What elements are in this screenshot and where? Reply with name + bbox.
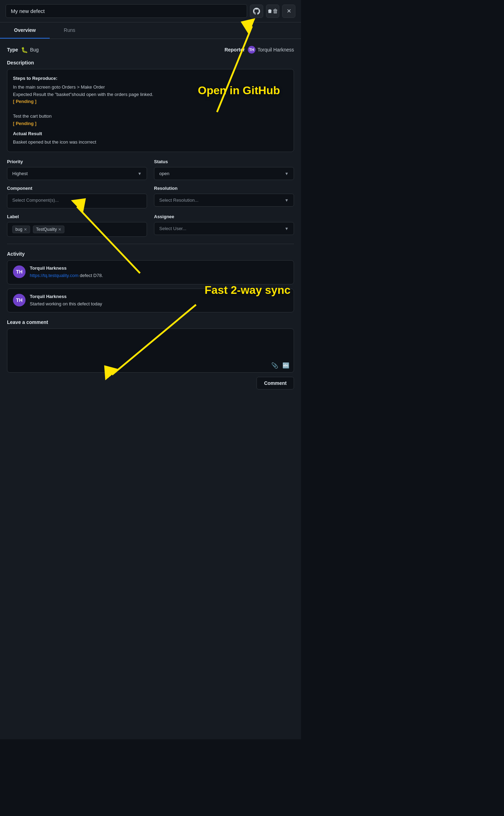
type-label: Type <box>7 47 18 53</box>
status-field: Status open ▼ <box>154 159 294 180</box>
activity-content-2: Torquil Harkness Started working on this… <box>30 294 288 307</box>
defect-title: My new defect <box>6 4 247 18</box>
close-button[interactable]: ✕ <box>282 5 295 18</box>
step2-text: Expected Result the "basket"should open … <box>13 92 153 97</box>
priority-chevron-icon: ▼ <box>138 171 142 176</box>
comment-textarea[interactable] <box>7 329 294 371</box>
activity-text-2: Started working on this defect today <box>30 300 288 307</box>
activity-avatar-1: TH <box>13 265 26 278</box>
reporter-avatar: TH <box>248 46 255 54</box>
tag-testquality: TestQuality ✕ <box>33 226 64 233</box>
type-field: Type 🐛 Bug <box>7 47 39 53</box>
status-value: open <box>159 171 169 176</box>
attachment-icon[interactable]: 📎 <box>271 362 278 369</box>
reporter-value: TH Torquil Harkness <box>248 46 294 54</box>
resolution-label: Resolution <box>154 186 294 191</box>
assignee-label: Assignee <box>154 214 294 219</box>
component-field: Component Select Component(s)... <box>7 186 147 208</box>
section-divider <box>7 244 294 244</box>
resolution-select[interactable]: Select Resolution... ▼ <box>154 194 294 207</box>
label-field: Label bug ✕ TestQuality ✕ <box>7 214 147 237</box>
resolution-placeholder: Select Resolution... <box>159 198 198 203</box>
actual-text: Basket opened but the icon was incorrect <box>13 139 96 145</box>
activity-content-1: Torquil Harkness https://tq.testquality.… <box>30 265 288 279</box>
tag-bug-remove[interactable]: ✕ <box>24 227 27 232</box>
priority-select[interactable]: Highest ▼ <box>7 167 147 180</box>
step3-text: Test the cart button <box>13 113 52 119</box>
priority-label: Priority <box>7 159 147 164</box>
content-area: Type 🐛 Bug Reporter TH Torquil Harkness … <box>0 39 301 739</box>
step1-text: In the main screen goto Orders > Make Or… <box>13 84 105 90</box>
activity-user-1: Torquil Harkness <box>30 265 288 271</box>
component-label: Component <box>7 186 147 191</box>
tab-overview[interactable]: Overview <box>0 22 50 39</box>
type-value: 🐛 Bug <box>21 47 39 53</box>
label-label: Label <box>7 214 147 219</box>
resolution-field: Resolution Select Resolution... ▼ <box>154 186 294 208</box>
description-box: Steps to Reproduce: In the main screen g… <box>7 69 294 152</box>
tabs-bar: Overview Runs <box>0 22 301 39</box>
trash-icon <box>267 8 273 14</box>
status-label: Status <box>154 159 294 164</box>
activity-link-1[interactable]: https://tq.testquality.com <box>30 273 78 278</box>
description-label: Description <box>7 60 294 65</box>
header: My new defect 🗑 ✕ <box>0 0 301 22</box>
activity-text-1: https://tq.testquality.com defect D78. <box>30 272 288 279</box>
comment-section: Leave a comment 📎 🔤 Comment <box>7 319 294 373</box>
resolution-chevron-icon: ▼ <box>285 198 289 203</box>
github-icon <box>253 8 260 15</box>
pending1: [ Pending ] <box>13 99 36 104</box>
pending2: [ Pending ] <box>13 121 36 126</box>
comment-box-actions: 📎 🔤 <box>271 362 289 369</box>
status-select[interactable]: open ▼ <box>154 167 294 180</box>
delete-button[interactable]: 🗑 <box>266 5 279 18</box>
activity-user-2: Torquil Harkness <box>30 294 288 299</box>
activity-avatar-2: TH <box>13 294 26 306</box>
priority-value: Highest <box>12 171 28 176</box>
label-tag-container[interactable]: bug ✕ TestQuality ✕ <box>7 222 147 237</box>
tab-runs[interactable]: Runs <box>50 22 89 39</box>
actual-label: Actual Result <box>13 130 288 138</box>
meta-row: Type 🐛 Bug Reporter TH Torquil Harkness <box>7 46 294 54</box>
activity-item-2: TH Torquil Harkness Started working on t… <box>7 289 294 313</box>
github-icon-button[interactable] <box>250 5 263 18</box>
close-icon: ✕ <box>287 8 291 14</box>
component-placeholder: Select Component(s)... <box>12 198 59 203</box>
fields-grid: Priority Highest ▼ Status open ▼ Compone… <box>7 159 294 237</box>
steps-label: Steps to Reproduce: <box>13 75 288 82</box>
assignee-select[interactable]: Select User... ▼ <box>154 222 294 235</box>
assignee-placeholder: Select User... <box>159 226 186 231</box>
priority-field: Priority Highest ▼ <box>7 159 147 180</box>
component-input[interactable]: Select Component(s)... <box>7 194 147 208</box>
comment-button[interactable]: Comment <box>257 377 294 389</box>
tag-testquality-remove[interactable]: ✕ <box>58 227 61 232</box>
comment-box: 📎 🔤 <box>7 329 294 373</box>
activity-section: Activity TH Torquil Harkness https://tq.… <box>7 251 294 312</box>
reporter-field: Reporter TH Torquil Harkness <box>224 46 294 54</box>
comment-label: Leave a comment <box>7 319 294 325</box>
tag-bug: bug ✕ <box>12 226 30 233</box>
reporter-label: Reporter <box>224 47 245 53</box>
assignee-field: Assignee Select User... ▼ <box>154 214 294 237</box>
bug-icon: 🐛 <box>21 47 28 53</box>
format-icon[interactable]: 🔤 <box>282 362 289 369</box>
activity-item-1: TH Torquil Harkness https://tq.testquali… <box>7 260 294 284</box>
status-chevron-icon: ▼ <box>285 171 289 176</box>
activity-label: Activity <box>7 251 294 257</box>
assignee-chevron-icon: ▼ <box>285 226 289 231</box>
